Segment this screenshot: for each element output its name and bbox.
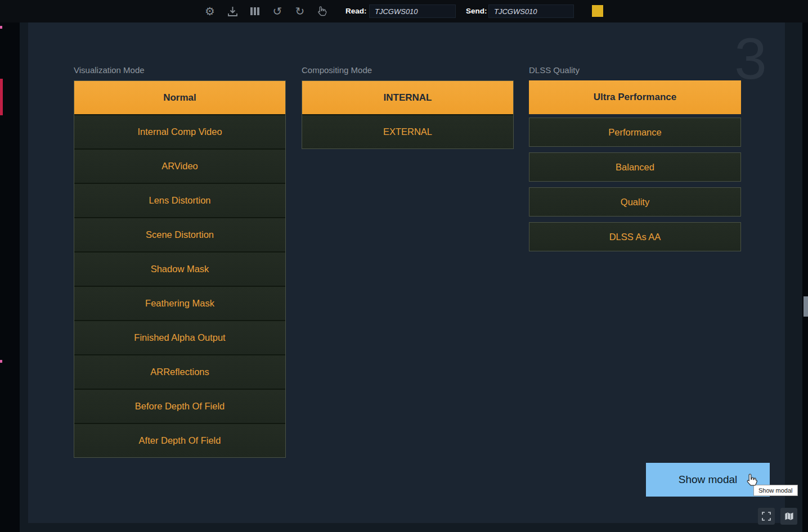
- option-finished-alpha-output[interactable]: Finished Alpha Output: [74, 321, 285, 354]
- sync-icon[interactable]: ↻: [293, 0, 307, 22]
- left-edge-artifact-pink: [0, 26, 2, 29]
- visualization-mode-label: Visualization Mode: [74, 65, 286, 75]
- read-input[interactable]: [369, 4, 456, 18]
- send-label: Send:: [466, 0, 487, 22]
- compositing-mode-options: INTERNALEXTERNAL: [302, 80, 514, 149]
- option-dlss-as-aa[interactable]: DLSS As AA: [529, 222, 741, 251]
- right-edge-artifact: [803, 296, 808, 317]
- compositing-mode-label: Compositing Mode: [302, 65, 514, 75]
- dlss-quality-column: DLSS Quality Ultra PerformancePerformanc…: [529, 65, 741, 257]
- option-before-depth-of-field[interactable]: Before Depth Of Field: [74, 390, 285, 423]
- option-after-depth-of-field[interactable]: After Depth Of Field: [74, 424, 285, 457]
- status-indicator-square: [592, 5, 603, 17]
- left-edge-artifact-red: [0, 79, 3, 115]
- dlss-quality-label: DLSS Quality: [529, 65, 741, 75]
- option-quality[interactable]: Quality: [529, 187, 741, 217]
- option-balanced[interactable]: Balanced: [529, 152, 741, 182]
- visualization-mode-options: NormalInternal Comp VideoARVideoLens Dis…: [74, 80, 286, 458]
- pan-hand-icon[interactable]: [315, 0, 330, 22]
- download-icon[interactable]: [225, 0, 240, 22]
- toolbar-icons: ⚙ ↺ ↻: [203, 0, 330, 22]
- fullscreen-button[interactable]: [758, 508, 775, 525]
- option-shadow-mask[interactable]: Shadow Mask: [74, 253, 285, 286]
- option-feathering-mask[interactable]: Feathering Mask: [74, 287, 285, 320]
- toolbar: ⚙ ↺ ↻ Read: Send:: [0, 0, 808, 22]
- option-ultra-performance[interactable]: Ultra Performance: [529, 80, 741, 114]
- settings-icon[interactable]: ⚙: [203, 0, 217, 22]
- compositing-mode-column: Compositing Mode INTERNALEXTERNAL: [302, 65, 514, 149]
- option-scene-distortion[interactable]: Scene Distortion: [74, 218, 285, 251]
- columns-icon[interactable]: [248, 0, 262, 22]
- dlss-quality-options: Ultra PerformancePerformanceBalancedQual…: [529, 80, 741, 251]
- option-lens-distortion[interactable]: Lens Distortion: [74, 184, 285, 217]
- option-arreflections[interactable]: ARReflections: [74, 355, 285, 389]
- read-label: Read:: [345, 0, 367, 22]
- left-edge-artifact-pink: [0, 360, 2, 363]
- map-button[interactable]: [780, 508, 797, 525]
- option-arvideo[interactable]: ARVideo: [74, 150, 285, 183]
- show-modal-button[interactable]: Show modal: [646, 463, 770, 497]
- option-internal[interactable]: INTERNAL: [302, 81, 513, 114]
- show-modal-tooltip: Show modal: [753, 485, 798, 496]
- option-performance[interactable]: Performance: [529, 118, 741, 147]
- history-icon[interactable]: ↺: [270, 0, 285, 22]
- send-input[interactable]: [488, 4, 574, 18]
- visualization-mode-column: Visualization Mode NormalInternal Comp V…: [74, 65, 286, 458]
- option-normal[interactable]: Normal: [74, 81, 285, 114]
- option-internal-comp-video[interactable]: Internal Comp Video: [74, 115, 285, 148]
- option-external[interactable]: EXTERNAL: [302, 115, 513, 148]
